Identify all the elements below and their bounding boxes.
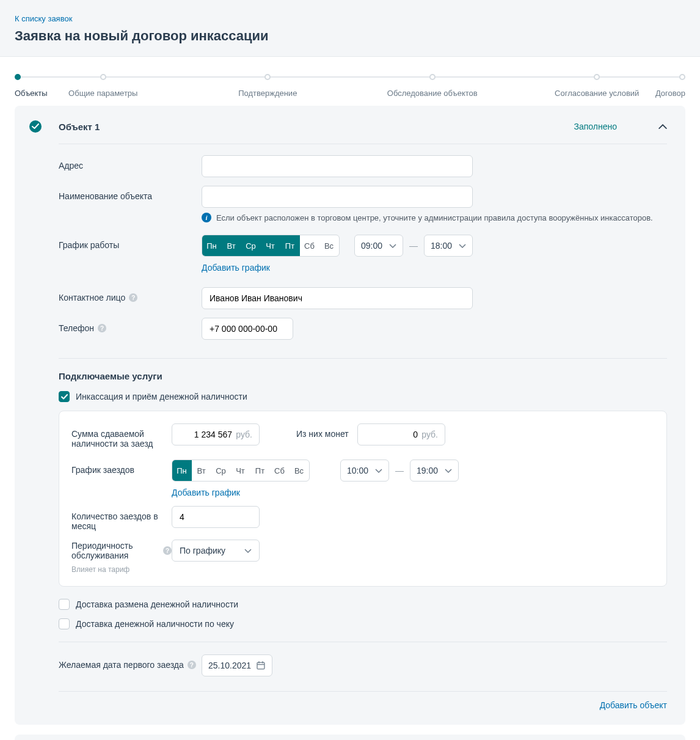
stepper: Объекты Общие параметры Подтверждение — [0, 57, 700, 89]
step-dot-objects[interactable] — [15, 74, 21, 80]
checkbox-collection[interactable] — [59, 391, 70, 402]
chevron-down-icon — [389, 241, 396, 251]
object-card: Объект 1 Заполнено Адрес Наименова — [15, 106, 685, 725]
chevron-down-icon — [375, 466, 382, 475]
divider — [59, 642, 667, 642]
visits-per-month-input[interactable] — [172, 506, 260, 528]
step-label-terms: Согласование условий — [555, 89, 639, 98]
visit-time-to[interactable]: 19:00 — [410, 460, 459, 482]
cash-sum-label: Сумма сдаваемой наличности за заезд — [71, 423, 172, 449]
calendar-icon — [256, 661, 266, 670]
chevron-down-icon — [459, 241, 466, 251]
help-icon[interactable]: ? — [129, 293, 137, 302]
add-schedule-link[interactable]: Добавить график — [202, 263, 270, 273]
step-dot-general[interactable] — [100, 74, 106, 80]
chevron-down-icon — [445, 466, 452, 475]
day-sat[interactable]: Сб — [300, 235, 319, 256]
help-icon[interactable]: ? — [98, 324, 106, 332]
day-tue[interactable]: Вт — [222, 235, 241, 256]
day-wed[interactable]: Ср — [241, 235, 261, 256]
day-mon[interactable]: Пн — [202, 235, 222, 256]
help-icon[interactable]: ? — [163, 546, 172, 555]
visit-day-tue[interactable]: Вт — [192, 460, 211, 481]
visit-day-sat[interactable]: Сб — [270, 460, 290, 481]
page-header: К списку заявок Заявка на новый договор … — [0, 0, 700, 57]
schedule-label: График работы — [59, 235, 202, 250]
phone-label: Телефон ? — [59, 318, 202, 333]
step-label-confirm: Подтверждение — [238, 89, 297, 98]
first-visit-label: Желаемая дата первого заезда ? — [59, 654, 202, 670]
time-dash: — — [409, 241, 418, 251]
day-thu[interactable]: Чт — [261, 235, 280, 256]
work-time-to[interactable]: 18:00 — [424, 235, 473, 257]
coins-label: Из них монет — [296, 423, 357, 439]
currency-suffix: руб. — [236, 430, 252, 439]
svg-rect-0 — [257, 662, 264, 669]
info-note-text: Если объект расположен в торговом центре… — [216, 213, 653, 224]
visit-schedule-label: График заездов — [71, 460, 172, 475]
object-title: Объект 1 — [59, 122, 556, 132]
day-sun[interactable]: Вс — [319, 235, 339, 256]
checkbox-change-delivery-label: Доставка размена денежной наличности — [76, 599, 238, 609]
visit-day-thu[interactable]: Чт — [231, 460, 250, 481]
visit-day-mon[interactable]: Пн — [172, 460, 192, 481]
checkbox-collection-label: Инкассация и приём денежной наличности — [76, 392, 247, 401]
divider — [59, 358, 667, 359]
visits-per-month-label: Количество заездов в месяц — [71, 506, 172, 531]
visit-days-selector: Пн Вт Ср Чт Пт Сб Вс — [172, 460, 310, 482]
address-input[interactable] — [202, 155, 473, 177]
info-icon: i — [202, 213, 211, 222]
checkbox-check-delivery-label: Доставка денежной наличности по чеку — [76, 619, 234, 629]
step-label-contract: Договор — [655, 89, 685, 98]
collapse-toggle[interactable] — [658, 122, 667, 131]
step-label-survey: Обследование объектов — [387, 89, 478, 98]
currency-suffix: руб. — [421, 430, 438, 439]
work-time-to-value: 18:00 — [431, 241, 452, 251]
work-days-selector: Пн Вт Ср Чт Пт Сб Вс — [202, 235, 340, 257]
back-link[interactable]: К списку заявок — [15, 14, 72, 23]
step-dot-contract[interactable] — [679, 74, 685, 80]
collection-settings-card: Сумма сдаваемой наличности за заезд руб.… — [59, 411, 667, 587]
chevron-down-icon — [244, 546, 252, 555]
visit-day-sun[interactable]: Вс — [290, 460, 309, 481]
step-dot-survey[interactable] — [429, 74, 436, 80]
step-dot-terms[interactable] — [594, 74, 600, 80]
work-time-from[interactable]: 09:00 — [354, 235, 403, 257]
checkbox-change-delivery[interactable] — [59, 599, 70, 610]
chevron-up-icon — [658, 123, 667, 129]
step-dot-confirm[interactable] — [264, 74, 271, 80]
day-fri[interactable]: Пт — [280, 235, 300, 256]
status-filled: Заполнено — [574, 122, 617, 131]
contact-label: Контактное лицо ? — [59, 287, 202, 302]
services-title: Подключаемые услуги — [59, 371, 667, 381]
footer-bar: Отмена Далее — [15, 735, 685, 740]
checkbox-check-delivery[interactable] — [59, 618, 70, 629]
add-object-link[interactable]: Добавить объект — [600, 700, 667, 710]
time-dash: — — [395, 466, 404, 475]
periodicity-select[interactable]: По графику — [172, 540, 260, 562]
contact-input[interactable] — [202, 287, 473, 309]
address-label: Адрес — [59, 155, 202, 170]
divider — [59, 691, 667, 692]
visit-day-wed[interactable]: Ср — [211, 460, 231, 481]
work-time-from-value: 09:00 — [361, 241, 382, 251]
step-label-general: Общие параметры — [68, 89, 137, 98]
add-visit-schedule-link[interactable]: Добавить график — [172, 488, 240, 497]
check-icon — [29, 120, 42, 133]
page-title: Заявка на новый договор инкассации — [15, 28, 685, 44]
object-name-label: Наименование объекта — [59, 186, 202, 201]
visit-time-from[interactable]: 10:00 — [340, 460, 389, 482]
periodicity-label: Периодичность обслуживания ? Влияет на т… — [71, 540, 172, 574]
object-name-input[interactable] — [202, 186, 473, 208]
phone-input[interactable] — [202, 318, 293, 340]
help-icon[interactable]: ? — [188, 661, 196, 669]
first-visit-date-input[interactable]: 25.10.2021 — [202, 654, 272, 676]
visit-day-fri[interactable]: Пт — [250, 460, 270, 481]
step-label-objects: Объекты — [15, 89, 48, 98]
